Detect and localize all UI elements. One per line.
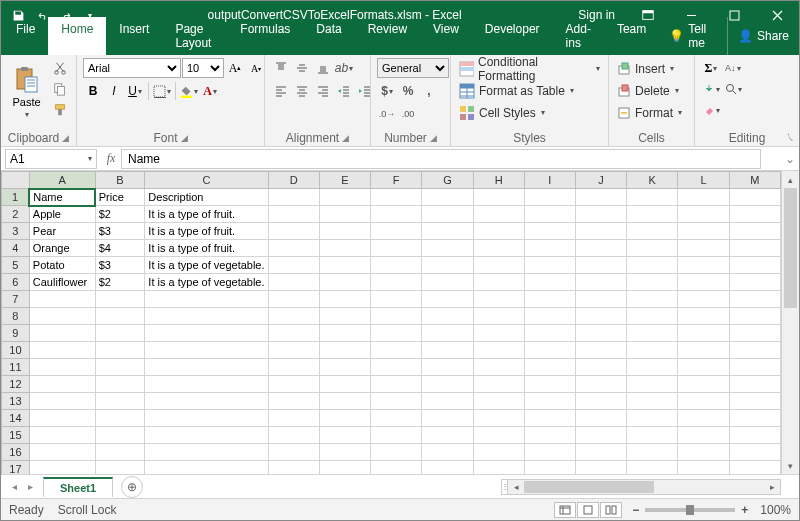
cell-A4[interactable]: Orange xyxy=(29,240,95,257)
row-header-14[interactable]: 14 xyxy=(2,410,30,427)
cell-J3[interactable] xyxy=(575,223,626,240)
cell-I17[interactable] xyxy=(524,461,575,475)
cell-L14[interactable] xyxy=(678,410,729,427)
cell-I7[interactable] xyxy=(524,291,575,308)
cell-H11[interactable] xyxy=(473,359,524,376)
cell-I3[interactable] xyxy=(524,223,575,240)
cell-I15[interactable] xyxy=(524,427,575,444)
cell-M10[interactable] xyxy=(729,342,780,359)
cell-D2[interactable] xyxy=(268,206,319,223)
cell-I9[interactable] xyxy=(524,325,575,342)
cell-M17[interactable] xyxy=(729,461,780,475)
cell-J15[interactable] xyxy=(575,427,626,444)
tab-insert[interactable]: Insert xyxy=(106,17,162,55)
formula-input[interactable]: Name xyxy=(121,149,761,169)
cell-F7[interactable] xyxy=(371,291,422,308)
cell-K7[interactable] xyxy=(627,291,678,308)
cell-G2[interactable] xyxy=(422,206,473,223)
cell-E14[interactable] xyxy=(319,410,370,427)
cell-K8[interactable] xyxy=(627,308,678,325)
cell-L12[interactable] xyxy=(678,376,729,393)
scroll-left-icon[interactable]: ◂ xyxy=(508,480,524,494)
cell-J13[interactable] xyxy=(575,393,626,410)
sort-icon[interactable]: A↓▾ xyxy=(722,58,744,78)
fx-icon[interactable]: fx xyxy=(101,151,121,166)
cell-H1[interactable] xyxy=(473,189,524,206)
cell-I4[interactable] xyxy=(524,240,575,257)
align-right-icon[interactable] xyxy=(313,81,333,101)
expand-formula-icon[interactable]: ⌄ xyxy=(781,152,799,166)
cell-H2[interactable] xyxy=(473,206,524,223)
cell-B6[interactable]: $2 xyxy=(95,274,145,291)
cell-L4[interactable] xyxy=(678,240,729,257)
cell-H17[interactable] xyxy=(473,461,524,475)
row-header-13[interactable]: 13 xyxy=(2,393,30,410)
scroll-thumb[interactable] xyxy=(524,481,654,493)
cell-B17[interactable] xyxy=(95,461,145,475)
cell-M15[interactable] xyxy=(729,427,780,444)
cell-M9[interactable] xyxy=(729,325,780,342)
cell-G16[interactable] xyxy=(422,444,473,461)
cell-B4[interactable]: $4 xyxy=(95,240,145,257)
page-layout-view-icon[interactable] xyxy=(577,502,599,518)
cell-I8[interactable] xyxy=(524,308,575,325)
cell-M3[interactable] xyxy=(729,223,780,240)
cell-C17[interactable] xyxy=(145,461,268,475)
cell-J16[interactable] xyxy=(575,444,626,461)
tab-nav[interactable]: ◂▸ xyxy=(1,481,43,492)
grid[interactable]: ABCDEFGHIJKLM1NamePriceDescription2Apple… xyxy=(1,171,781,474)
cell-E2[interactable] xyxy=(319,206,370,223)
cell-B14[interactable] xyxy=(95,410,145,427)
zoom-in-icon[interactable]: + xyxy=(741,503,748,517)
zoom-slider[interactable] xyxy=(645,508,735,512)
col-header-H[interactable]: H xyxy=(473,172,524,189)
cell-C10[interactable] xyxy=(145,342,268,359)
dialog-launcher-icon[interactable]: ◢ xyxy=(430,133,437,143)
cell-E5[interactable] xyxy=(319,257,370,274)
cell-D15[interactable] xyxy=(268,427,319,444)
accounting-icon[interactable]: $▾ xyxy=(377,81,397,101)
increase-decimal-icon[interactable]: .0→ xyxy=(377,104,397,124)
cell-H14[interactable] xyxy=(473,410,524,427)
cell-G5[interactable] xyxy=(422,257,473,274)
cell-M5[interactable] xyxy=(729,257,780,274)
cell-B5[interactable]: $3 xyxy=(95,257,145,274)
autosum-icon[interactable]: Σ▾ xyxy=(701,58,721,78)
font-color-icon[interactable]: A▾ xyxy=(200,81,220,101)
col-header-B[interactable]: B xyxy=(95,172,145,189)
cell-M8[interactable] xyxy=(729,308,780,325)
cell-A7[interactable] xyxy=(29,291,95,308)
fill-color-icon[interactable]: ▾ xyxy=(179,81,199,101)
cell-C13[interactable] xyxy=(145,393,268,410)
cell-M16[interactable] xyxy=(729,444,780,461)
cell-L16[interactable] xyxy=(678,444,729,461)
col-header-C[interactable]: C xyxy=(145,172,268,189)
col-header-J[interactable]: J xyxy=(575,172,626,189)
conditional-formatting-button[interactable]: Conditional Formatting▾ xyxy=(457,58,602,79)
cell-D8[interactable] xyxy=(268,308,319,325)
cell-J14[interactable] xyxy=(575,410,626,427)
cell-C2[interactable]: It is a type of fruit. xyxy=(145,206,268,223)
row-header-6[interactable]: 6 xyxy=(2,274,30,291)
cell-E3[interactable] xyxy=(319,223,370,240)
cell-L17[interactable] xyxy=(678,461,729,475)
col-header-D[interactable]: D xyxy=(268,172,319,189)
cell-A2[interactable]: Apple xyxy=(29,206,95,223)
cell-F1[interactable] xyxy=(371,189,422,206)
col-header-A[interactable]: A xyxy=(29,172,95,189)
cell-F17[interactable] xyxy=(371,461,422,475)
cell-M4[interactable] xyxy=(729,240,780,257)
cell-C15[interactable] xyxy=(145,427,268,444)
cell-C9[interactable] xyxy=(145,325,268,342)
cell-H9[interactable] xyxy=(473,325,524,342)
cell-D16[interactable] xyxy=(268,444,319,461)
cell-D4[interactable] xyxy=(268,240,319,257)
cell-M12[interactable] xyxy=(729,376,780,393)
cell-C6[interactable]: It is a type of vegetable. xyxy=(145,274,268,291)
cell-C11[interactable] xyxy=(145,359,268,376)
cell-I14[interactable] xyxy=(524,410,575,427)
new-sheet-icon[interactable]: ⊕ xyxy=(121,476,143,498)
cell-H15[interactable] xyxy=(473,427,524,444)
cell-K14[interactable] xyxy=(627,410,678,427)
select-all-corner[interactable] xyxy=(2,172,30,189)
